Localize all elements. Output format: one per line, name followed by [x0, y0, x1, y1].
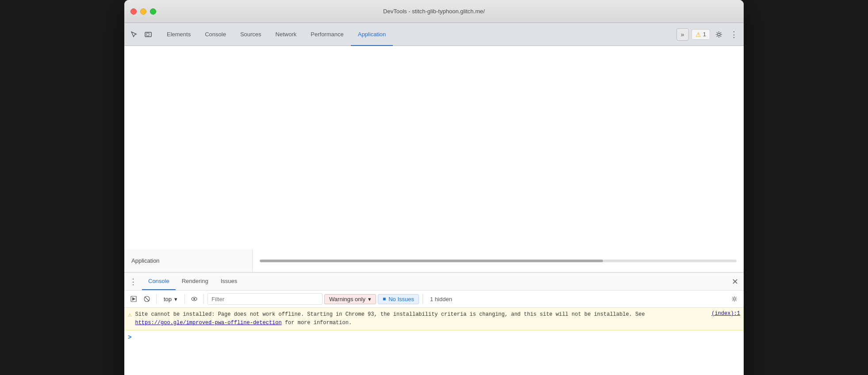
drawer-tab-rendering[interactable]: Rendering: [176, 273, 215, 290]
console-content: ⚠ Site cannot be installed: Page does no…: [124, 308, 744, 375]
console-settings-button[interactable]: [729, 293, 740, 305]
warnings-label: Warnings only: [329, 296, 365, 302]
no-issues-button[interactable]: ■ No Issues: [378, 294, 419, 304]
console-prompt-row: >: [124, 330, 744, 344]
svg-marker-4: [132, 297, 135, 301]
inspect-element-button[interactable]: [128, 28, 140, 41]
toolbar-icons: [128, 23, 160, 46]
warning-count: 1: [703, 31, 706, 38]
tab-application[interactable]: Application: [351, 23, 393, 46]
panel-progress-bar: [260, 260, 603, 262]
pwa-link[interactable]: https://goo.gle/improved-pwa-offline-det…: [135, 320, 281, 326]
no-issues-icon: ■: [383, 296, 386, 302]
tabs-right: » ⚠ 1 ⋮: [673, 23, 740, 46]
title-bar: DevTools - stitch-glib-typhoon.glitch.me…: [124, 0, 744, 23]
console-divider-2: [184, 295, 185, 303]
warning-badge[interactable]: ⚠ 1: [691, 29, 710, 40]
warning-icon: ⚠: [695, 31, 701, 38]
svg-line-6: [145, 297, 149, 301]
traffic-lights: [131, 8, 156, 15]
tab-network[interactable]: Network: [269, 23, 304, 46]
more-options-button[interactable]: ⋮: [728, 28, 740, 41]
window-title: DevTools - stitch-glib-typhoon.glitch.me…: [383, 8, 485, 15]
console-message: Site cannot be installed: Page does not …: [135, 310, 708, 327]
console-source-link[interactable]: (index):1: [711, 310, 740, 317]
console-divider-3: [204, 295, 204, 303]
console-prompt-arrow: >: [128, 334, 131, 341]
warnings-dropdown-icon: ▾: [368, 296, 371, 302]
main-content: [124, 46, 744, 249]
eye-button[interactable]: [188, 293, 200, 305]
svg-rect-1: [146, 33, 149, 36]
console-toolbar: top ▾ Warnings only ▾ ■ No Issues 1 h: [124, 291, 744, 308]
console-divider-4: [422, 295, 423, 303]
panel-right: [253, 249, 744, 272]
console-input[interactable]: [134, 333, 740, 342]
svg-point-9: [734, 298, 736, 300]
no-issues-label: No Issues: [388, 296, 414, 302]
maximize-button[interactable]: [150, 8, 156, 15]
tab-sources[interactable]: Sources: [233, 23, 269, 46]
svg-point-8: [193, 298, 195, 300]
clear-console-button[interactable]: [141, 293, 153, 305]
drawer-tab-console[interactable]: Console: [142, 273, 176, 290]
context-dropdown-icon: ▾: [174, 296, 177, 302]
minimize-button[interactable]: [140, 8, 146, 15]
main-nav-tabs: Elements Console Sources Network Perform…: [160, 23, 673, 46]
device-toolbar-button[interactable]: [142, 28, 154, 41]
more-tabs-button[interactable]: »: [676, 28, 689, 41]
tab-performance[interactable]: Performance: [303, 23, 350, 46]
execute-script-button[interactable]: [128, 293, 139, 305]
drawer-close-button[interactable]: ✕: [730, 276, 740, 287]
console-divider-1: [156, 295, 157, 303]
panel-progress-bar-bg: [260, 260, 737, 262]
top-panels: Application: [124, 249, 744, 272]
console-warning-row: ⚠ Site cannot be installed: Page does no…: [124, 308, 744, 330]
filter-input[interactable]: [207, 293, 323, 305]
context-selector[interactable]: top ▾: [160, 295, 181, 304]
tabs-bar: Elements Console Sources Network Perform…: [124, 23, 744, 46]
warnings-only-dropdown[interactable]: Warnings only ▾: [324, 294, 376, 304]
bottom-drawer: ⋮ Console Rendering Issues ✕: [124, 272, 744, 375]
tab-console[interactable]: Console: [198, 23, 233, 46]
warning-triangle-icon: ⚠: [128, 311, 131, 318]
drawer-tab-issues[interactable]: Issues: [215, 273, 244, 290]
drawer-tabs-bar: ⋮ Console Rendering Issues ✕: [124, 273, 744, 291]
drawer-menu-button[interactable]: ⋮: [128, 276, 138, 287]
close-button[interactable]: [131, 8, 137, 15]
sidebar-application-header: Application: [124, 249, 253, 272]
hidden-count: 1 hidden: [426, 296, 456, 302]
devtools-window: DevTools - stitch-glib-typhoon.glitch.me…: [124, 0, 744, 375]
tab-elements[interactable]: Elements: [160, 23, 198, 46]
svg-point-2: [718, 33, 720, 36]
settings-button[interactable]: [713, 28, 725, 41]
